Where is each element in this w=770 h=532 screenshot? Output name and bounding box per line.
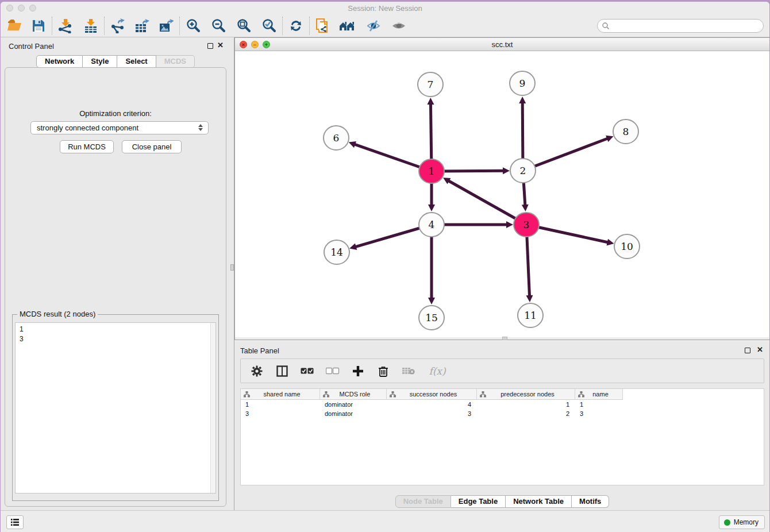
search-input[interactable] <box>610 21 763 31</box>
column-header-predecessor-nodes[interactable]: predecessor nodes <box>477 389 575 400</box>
delete-table-button[interactable] <box>402 364 415 378</box>
tab-select[interactable]: Select <box>117 55 156 68</box>
close-panel-icon[interactable]: ✕ <box>217 41 224 49</box>
import-network-button[interactable] <box>55 16 76 36</box>
network-view-title: scc.txt <box>235 40 769 49</box>
search-field[interactable] <box>597 19 764 33</box>
mcds-result-textarea[interactable]: 1 3 <box>15 322 216 494</box>
graph-node-14[interactable]: 14 <box>324 240 349 264</box>
export-network-button[interactable] <box>107 16 128 36</box>
vertical-splitter[interactable] <box>230 37 234 510</box>
graph-edge-3-1[interactable] <box>448 180 526 225</box>
graph-node-11[interactable]: 11 <box>518 303 543 327</box>
select-all-button[interactable] <box>301 364 314 378</box>
result-scrollbar[interactable] <box>210 323 215 493</box>
table-cell[interactable]: 3 <box>241 409 320 418</box>
table-cell[interactable]: 3 <box>387 409 477 418</box>
refresh-icon <box>289 19 303 33</box>
float-panel-icon[interactable] <box>207 43 213 49</box>
status-bar: Memory <box>1 510 769 532</box>
export-table-button[interactable] <box>132 16 152 36</box>
graph-node-4[interactable]: 4 <box>419 213 444 237</box>
graph-edge-2-8[interactable] <box>523 138 608 171</box>
run-mcds-button[interactable]: Run MCDS <box>60 140 114 153</box>
network-bottom-strip <box>235 337 769 340</box>
column-header-shared-name[interactable]: shared name <box>241 389 320 400</box>
open-session-button[interactable] <box>4 16 25 36</box>
save-session-button[interactable] <box>28 16 49 36</box>
app-window: Session: New Session <box>1 2 769 532</box>
memory-button-label: Memory <box>734 518 759 526</box>
tab-network[interactable]: Network <box>36 55 83 68</box>
deselect-all-checkboxes-icon <box>326 367 340 375</box>
table-cell[interactable]: 4 <box>387 400 477 409</box>
table-cell[interactable]: dominator <box>320 400 387 409</box>
graph-node-6[interactable]: 6 <box>324 126 349 150</box>
table-cell[interactable]: 2 <box>477 409 575 418</box>
float-table-panel-icon[interactable] <box>745 348 750 353</box>
open-session-icon <box>6 18 22 33</box>
show-panel-eye-icon <box>391 19 407 33</box>
zoom-selected-button[interactable] <box>259 16 279 36</box>
main-toolbar <box>1 14 769 37</box>
table-panel-header: Table Panel ✕ <box>234 342 769 359</box>
show-panels-toggle-button[interactable] <box>6 515 24 529</box>
delete-column-button[interactable] <box>376 364 390 378</box>
deselect-all-button[interactable] <box>326 364 340 378</box>
refresh-button[interactable] <box>286 16 306 36</box>
column-tree-icon <box>244 391 250 398</box>
graph-node-3[interactable]: 3 <box>514 213 539 237</box>
network-canvas[interactable]: 1234678910111415 <box>235 51 769 337</box>
memory-button[interactable]: Memory <box>719 515 765 529</box>
network-window-titlebar[interactable]: × − + scc.txt <box>235 38 769 51</box>
zoom-fit-button[interactable] <box>233 16 254 36</box>
export-image-button[interactable] <box>156 16 176 36</box>
optimization-criterion-label: Optimization criterion: <box>5 109 226 118</box>
table-cell[interactable]: dominator <box>320 409 387 418</box>
graph-edge-arrow <box>506 221 513 228</box>
table-cell[interactable]: 1 <box>241 400 320 409</box>
graph-node-9[interactable]: 9 <box>510 71 535 95</box>
zoom-in-button[interactable] <box>183 16 203 36</box>
close-panel-button[interactable]: Close panel <box>122 140 182 153</box>
graph-node-7[interactable]: 7 <box>418 72 443 97</box>
table-cell[interactable]: 3 <box>575 409 623 418</box>
column-tree-icon <box>578 391 584 398</box>
graph-node-label: 2 <box>520 165 526 176</box>
table-settings-button[interactable] <box>250 364 264 378</box>
import-table-button[interactable] <box>80 16 101 36</box>
show-panels-button[interactable] <box>388 16 409 36</box>
tab-style[interactable]: Style <box>83 55 117 68</box>
graph-node-15[interactable]: 15 <box>419 306 444 330</box>
show-columns-button[interactable] <box>275 364 289 378</box>
graph-node-8[interactable]: 8 <box>613 119 638 144</box>
optimization-criterion-select[interactable]: strongly connected component <box>30 121 209 134</box>
table-cell[interactable]: 1 <box>477 400 575 409</box>
home-button[interactable] <box>337 16 357 36</box>
graph-node-10[interactable]: 10 <box>614 234 640 259</box>
splitter-handle[interactable] <box>230 264 234 271</box>
zoom-in-icon <box>186 18 201 33</box>
close-table-panel-icon[interactable]: ✕ <box>757 345 763 354</box>
hide-panels-button[interactable] <box>363 16 384 36</box>
column-header-name[interactable]: name <box>575 389 623 400</box>
create-column-button[interactable] <box>351 364 365 378</box>
tab-edge-table[interactable]: Edge Table <box>451 495 506 508</box>
graph-node-label: 4 <box>429 219 435 230</box>
tab-network-table[interactable]: Network Table <box>506 495 572 508</box>
save-session-icon <box>32 19 45 33</box>
zoom-out-button[interactable] <box>208 16 229 36</box>
graph-node-1[interactable]: 1 <box>419 159 444 183</box>
network-from-file-button[interactable] <box>313 16 333 36</box>
select-all-checkboxes-icon <box>301 367 314 375</box>
function-builder-button[interactable]: f(x) <box>427 364 448 378</box>
tab-mcds[interactable]: MCDS <box>156 55 195 68</box>
tab-node-table[interactable]: Node Table <box>395 495 451 508</box>
graph-node-2[interactable]: 2 <box>510 159 536 183</box>
horizontal-splitter-handle[interactable] <box>502 337 507 340</box>
tab-motifs[interactable]: Motifs <box>572 495 609 508</box>
table-cell[interactable]: 1 <box>575 400 623 409</box>
column-header-successor-nodes[interactable]: successor nodes <box>387 389 477 400</box>
column-header-MCDS-role[interactable]: MCDS role <box>320 389 387 400</box>
graph-edge-arrow <box>428 298 435 304</box>
